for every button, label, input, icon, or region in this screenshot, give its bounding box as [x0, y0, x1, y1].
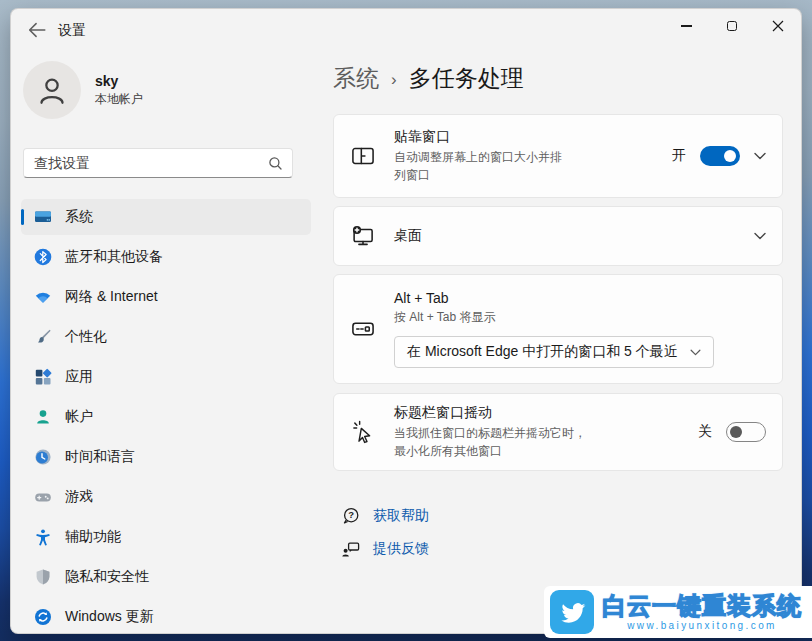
watermark-url: www.baiyunxitong.com [627, 620, 777, 631]
close-icon [772, 20, 784, 32]
close-button[interactable] [755, 9, 801, 43]
accessibility-icon [34, 528, 52, 546]
chevron-down-icon [690, 349, 701, 356]
search-box [23, 148, 293, 178]
desktops-icon [350, 224, 376, 248]
brush-icon [34, 328, 52, 346]
update-icon [34, 608, 52, 626]
alt-tab-dropdown[interactable]: 在 Microsoft Edge 中打开的窗口和 5 个最近 [394, 336, 714, 368]
toggle-knob [724, 150, 736, 162]
chevron-down-icon[interactable] [754, 232, 766, 240]
toggle-knob [730, 426, 742, 438]
shake-cursor-icon [350, 420, 376, 444]
app-title: 设置 [58, 22, 86, 40]
apps-icon [34, 368, 52, 386]
card-title: 贴靠窗口 [394, 128, 672, 146]
feedback-icon [341, 539, 361, 559]
sidebar-nav: 系统 蓝牙和其他设备 网络 & Intern [21, 199, 311, 634]
settings-window: 设置 sky 本地帐户 [10, 8, 802, 634]
sidebar-item-apps[interactable]: 应用 [21, 359, 311, 395]
get-help-link[interactable]: ? 获取帮助 [341, 506, 429, 526]
sidebar-item-personalization[interactable]: 个性化 [21, 319, 311, 355]
system-icon [34, 208, 52, 226]
watermark-title: 白云一键重装系统 [602, 593, 802, 619]
titlebar: 设置 [11, 9, 801, 49]
help-icon: ? [341, 506, 361, 526]
chevron-down-icon[interactable] [754, 152, 766, 160]
card-alt-tab: Alt + Tab 按 Alt + Tab 将显示 在 Microsoft Ed… [333, 274, 783, 384]
user-account-type: 本地帐户 [95, 91, 143, 108]
link-label: 获取帮助 [373, 507, 429, 525]
alt-tab-icon [350, 317, 376, 341]
sidebar-item-system[interactable]: 系统 [21, 199, 311, 235]
card-description: 自动调整屏幕上的窗口大小并排 列窗口 [394, 149, 672, 184]
back-arrow-icon [26, 19, 48, 41]
watermark: 白云一键重装系统 www.baiyunxitong.com [544, 586, 812, 638]
breadcrumb-parent[interactable]: 系统 [333, 63, 379, 94]
sidebar-item-gaming[interactable]: 游戏 [21, 479, 311, 515]
page-title: 多任务处理 [409, 63, 524, 94]
link-label: 提供反馈 [373, 540, 429, 558]
selected-accent-bar [21, 209, 24, 225]
shield-icon [34, 568, 52, 586]
user-name: sky [95, 73, 143, 89]
desktop-wallpaper: 设置 sky 本地帐户 [0, 0, 812, 641]
snap-windows-toggle[interactable] [700, 146, 740, 166]
wifi-icon [34, 288, 52, 306]
bluetooth-icon [34, 248, 52, 266]
svg-text:?: ? [348, 509, 354, 520]
toggle-state-label: 关 [698, 423, 712, 441]
gamepad-icon [34, 488, 52, 506]
card-title: 标题栏窗口摇动 [394, 404, 698, 422]
title-bar-shake-toggle[interactable] [726, 422, 766, 442]
card-title-bar-shake: 标题栏窗口摇动 当我抓住窗口的标题栏并摇动它时， 最小化所有其他窗口 关 [333, 393, 783, 471]
sidebar-item-accessibility[interactable]: 辅助功能 [21, 519, 311, 555]
card-description: 当我抓住窗口的标题栏并摇动它时， 最小化所有其他窗口 [394, 425, 698, 460]
give-feedback-link[interactable]: 提供反馈 [341, 539, 429, 559]
toggle-state-label: 开 [672, 147, 686, 165]
breadcrumb-separator: › [391, 68, 397, 90]
dropdown-selected-value: 在 Microsoft Edge 中打开的窗口和 5 个最近 [407, 343, 678, 361]
maximize-button[interactable] [709, 9, 755, 43]
clock-globe-icon [34, 448, 52, 466]
snap-windows-icon [350, 144, 376, 168]
watermark-bird-icon [550, 590, 594, 634]
back-button[interactable] [23, 17, 51, 43]
accounts-icon [34, 408, 52, 426]
card-snap-windows[interactable]: 贴靠窗口 自动调整屏幕上的窗口大小并排 列窗口 开 [333, 114, 783, 198]
avatar [23, 61, 81, 119]
card-desktops[interactable]: 桌面 [333, 206, 783, 266]
minimize-button[interactable] [663, 9, 709, 43]
sidebar-item-privacy-security[interactable]: 隐私和安全性 [21, 559, 311, 595]
card-title: 桌面 [394, 227, 754, 245]
person-icon [35, 73, 69, 107]
user-profile[interactable]: sky 本地帐户 [23, 61, 143, 119]
minimize-icon [681, 25, 692, 26]
search-icon[interactable] [268, 156, 283, 175]
search-input[interactable] [34, 149, 259, 177]
sidebar-item-accounts[interactable]: 帐户 [21, 399, 311, 435]
maximize-icon [727, 21, 737, 31]
breadcrumb: 系统 › 多任务处理 [333, 63, 524, 94]
card-description: 按 Alt + Tab 将显示 [394, 309, 766, 326]
sidebar-item-network-internet[interactable]: 网络 & Internet [21, 279, 311, 315]
sidebar-item-bluetooth-devices[interactable]: 蓝牙和其他设备 [21, 239, 311, 275]
sidebar-item-windows-update[interactable]: Windows 更新 [21, 599, 311, 634]
card-title: Alt + Tab [394, 290, 766, 306]
sidebar-item-time-language[interactable]: 时间和语言 [21, 439, 311, 475]
